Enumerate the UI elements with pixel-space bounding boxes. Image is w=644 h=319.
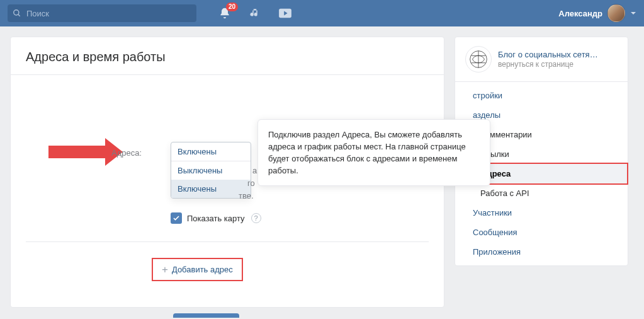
- show-map-label: Показать карту: [187, 214, 245, 223]
- search-box[interactable]: [8, 4, 196, 22]
- group-title: Блог о социальных сетя…: [498, 50, 598, 59]
- video-icon[interactable]: [278, 6, 292, 20]
- annotation-arrow: [48, 146, 105, 158]
- notifications-icon[interactable]: 20: [218, 6, 232, 20]
- address-label: Адреса:: [111, 148, 142, 158]
- sidebar-item-api[interactable]: Работа с API: [455, 183, 628, 203]
- save-button[interactable]: Сохранить: [173, 313, 239, 318]
- top-icons-group: 20: [218, 6, 292, 20]
- annotation-highlight: + Добавить адрес: [152, 258, 243, 281]
- sidebar-item-members[interactable]: Участники: [455, 203, 628, 223]
- svg-point-0: [14, 10, 19, 15]
- notifications-badge: 20: [226, 3, 238, 11]
- avatar: [607, 4, 625, 22]
- profile-name: Александр: [558, 9, 602, 18]
- group-back-link[interactable]: вернуться к странице: [498, 60, 598, 69]
- sidebar-item-apps[interactable]: Приложения: [455, 242, 628, 262]
- sidebar-item-messages[interactable]: Сообщения: [455, 223, 628, 242]
- select-current-value[interactable]: Включены: [171, 142, 251, 161]
- group-header[interactable]: Блог о социальных сетя… вернуться к стра…: [455, 37, 628, 81]
- ghost-text: а го тве.: [252, 165, 257, 202]
- info-tooltip: Подключив раздел Адреса, Вы сможете доба…: [257, 119, 490, 186]
- divider: [26, 241, 429, 242]
- help-icon[interactable]: ?: [251, 213, 261, 223]
- divider: [11, 74, 444, 75]
- show-map-checkbox[interactable]: [171, 212, 182, 224]
- add-address-button[interactable]: + Добавить адрес: [154, 260, 240, 279]
- topbar: 20 Александр: [0, 0, 644, 26]
- group-logo: [465, 46, 492, 72]
- svg-line-1: [18, 14, 20, 16]
- search-input[interactable]: [25, 8, 191, 19]
- music-icon[interactable]: [248, 6, 262, 20]
- search-icon: [13, 9, 21, 18]
- main-card: Адреса и время работы Адреса: Включены В…: [10, 37, 444, 308]
- profile-menu[interactable]: Александр: [558, 4, 636, 22]
- add-address-label: Добавить адрес: [172, 265, 233, 274]
- select-option-off[interactable]: Выключены: [171, 161, 251, 180]
- chevron-down-icon: [630, 10, 636, 16]
- plus-icon: +: [162, 265, 168, 274]
- show-map-row: Показать карту ?: [171, 212, 261, 224]
- sidebar-item-settings[interactable]: стройки: [455, 86, 628, 105]
- page-title: Адреса и время работы: [11, 37, 444, 74]
